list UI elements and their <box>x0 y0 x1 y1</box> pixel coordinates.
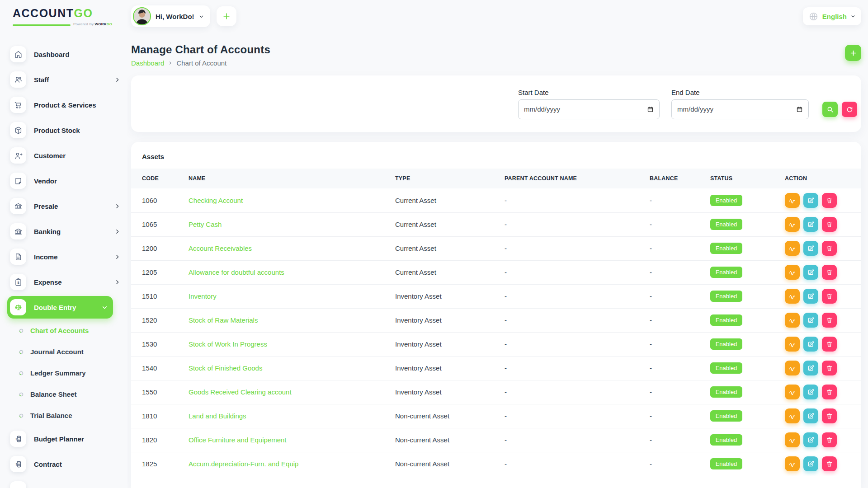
coins-icon: $ <box>10 431 26 447</box>
search-button[interactable] <box>822 102 838 117</box>
calendar-icon[interactable] <box>796 106 803 113</box>
account-name-link[interactable]: Allowance for doubtful accounts <box>189 268 284 276</box>
delete-button[interactable] <box>822 289 837 304</box>
cell-code: 1810 <box>131 404 178 428</box>
activity-button[interactable] <box>785 193 800 208</box>
sidebar-subitem-ledger-summary[interactable]: Ledger Summary <box>0 362 127 384</box>
sidebar-subitem-journal-account[interactable]: Journal Account <box>0 341 127 362</box>
delete-button[interactable] <box>822 337 837 352</box>
brand-logo[interactable]: ACCOUNTGO Powered By WORKDO <box>0 0 127 42</box>
account-name-link[interactable]: Accum.depreciation-Furn. and Equip <box>189 460 298 468</box>
account-name-link[interactable]: Inventory <box>189 292 217 300</box>
cell-name: Checking Account <box>178 188 384 212</box>
delete-button[interactable] <box>822 432 837 447</box>
account-name-link[interactable]: Stock of Finished Goods <box>189 364 262 372</box>
delete-button[interactable] <box>822 456 837 471</box>
cell-action <box>774 428 861 452</box>
account-name-link[interactable]: Office Furniture and Equipement <box>189 436 287 444</box>
cell-code: 1060 <box>131 188 178 212</box>
edit-button[interactable] <box>803 217 818 232</box>
table-row: 1520Stock of Raw MaterialsInventory Asse… <box>131 308 861 332</box>
edit-button[interactable] <box>803 456 818 471</box>
breadcrumb-dashboard-link[interactable]: Dashboard <box>131 59 164 67</box>
account-name-link[interactable]: Goods Received Clearing account <box>189 388 292 396</box>
edit-button[interactable] <box>803 361 818 375</box>
language-selector[interactable]: English <box>803 7 861 25</box>
activity-button[interactable] <box>785 432 800 447</box>
activity-button[interactable] <box>785 313 800 328</box>
sidebar-item-banking[interactable]: Banking <box>0 219 127 244</box>
account-name-link[interactable]: Land and Buildings <box>189 412 246 420</box>
account-name-link[interactable]: Petty Cash <box>189 221 222 228</box>
sidebar-item-presale[interactable]: Presale <box>0 193 127 219</box>
file-icon <box>10 249 26 265</box>
cell-parent: - <box>494 308 639 332</box>
filter-panel: Start Date mm/dd/yyyy End Date mm/dd/yyy… <box>131 75 861 132</box>
cell-name: Goods Received Clearing account <box>178 380 384 404</box>
sidebar-item-contract[interactable]: $Contract <box>0 451 127 477</box>
account-name-link[interactable]: Checking Account <box>189 197 243 204</box>
cell-parent: - <box>494 260 639 284</box>
activity-button[interactable] <box>785 289 800 304</box>
delete-button[interactable] <box>822 193 837 208</box>
page-header: Manage Chart of Accounts Dashboard Chart… <box>131 43 861 67</box>
account-name-link[interactable]: Account Receivables <box>189 244 252 252</box>
user-menu[interactable]: Hi, WorkDo! <box>131 5 210 27</box>
activity-button[interactable] <box>785 265 800 280</box>
reset-button[interactable] <box>842 102 857 117</box>
end-date-input[interactable]: mm/dd/yyyy <box>671 99 809 119</box>
create-account-button[interactable] <box>845 45 861 61</box>
account-name-link[interactable]: Stock of Work In Progress <box>189 340 267 348</box>
sidebar-item-income[interactable]: Income <box>0 244 127 269</box>
sidebar-item-dashboard[interactable]: Dashboard <box>0 42 127 67</box>
sidebar-item-vendor[interactable]: Vendor <box>0 168 127 193</box>
breadcrumb-current: Chart of Account <box>176 59 226 67</box>
sidebar-item-expense[interactable]: $Expense <box>0 269 127 295</box>
sidebar-subitem-trial-balance[interactable]: Trial Balance <box>0 405 127 426</box>
sidebar-subitem-chart-of-accounts[interactable]: Chart of Accounts <box>0 320 127 341</box>
sidebar-item-product-services[interactable]: Product & Services <box>0 92 127 117</box>
edit-button[interactable] <box>803 432 818 447</box>
edit-button[interactable] <box>803 337 818 352</box>
start-date-input[interactable]: mm/dd/yyyy <box>518 99 660 119</box>
activity-button[interactable] <box>785 456 800 471</box>
edit-button[interactable] <box>803 265 818 280</box>
account-name-link[interactable]: Stock of Raw Materials <box>189 316 258 324</box>
edit-button[interactable] <box>803 408 818 423</box>
cell-action <box>774 308 861 332</box>
calendar-icon[interactable] <box>647 106 654 113</box>
delete-button[interactable] <box>822 385 837 399</box>
delete-button[interactable] <box>822 265 837 280</box>
cell-parent: - <box>494 428 639 452</box>
clipboard-icon: $ <box>10 274 26 290</box>
delete-button[interactable] <box>822 217 837 232</box>
edit-button[interactable] <box>803 241 818 256</box>
activity-button[interactable] <box>785 337 800 352</box>
delete-button[interactable] <box>822 241 837 256</box>
bullet-icon <box>19 413 24 418</box>
bank-icon <box>10 223 26 239</box>
edit-button[interactable] <box>803 313 818 328</box>
sidebar-item-budget-planner[interactable]: $Budget Planner <box>0 426 127 451</box>
edit-icon <box>807 389 814 395</box>
sidebar-item-product-stock[interactable]: Product Stock <box>0 117 127 143</box>
sidebar-item-double-entry[interactable]: Double Entry <box>7 296 113 319</box>
activity-button[interactable] <box>785 241 800 256</box>
edit-button[interactable] <box>803 385 818 399</box>
edit-button[interactable] <box>803 193 818 208</box>
activity-button[interactable] <box>785 408 800 423</box>
sidebar-item-customer[interactable]: Customer <box>0 143 127 168</box>
chevron-right-icon <box>114 203 120 209</box>
activity-button[interactable] <box>785 361 800 375</box>
sidebar-subitem-balance-sheet[interactable]: Balance Sheet <box>0 384 127 405</box>
activity-button[interactable] <box>785 385 800 399</box>
activity-button[interactable] <box>785 217 800 232</box>
delete-button[interactable] <box>822 361 837 375</box>
delete-button[interactable] <box>822 313 837 328</box>
cell-parent: - <box>494 356 639 380</box>
add-workspace-button[interactable] <box>217 6 236 26</box>
delete-button[interactable] <box>822 408 837 423</box>
sidebar-item-staff[interactable]: Staff <box>0 67 127 92</box>
edit-button[interactable] <box>803 289 818 304</box>
cell-type: Non-current Asset <box>384 404 494 428</box>
